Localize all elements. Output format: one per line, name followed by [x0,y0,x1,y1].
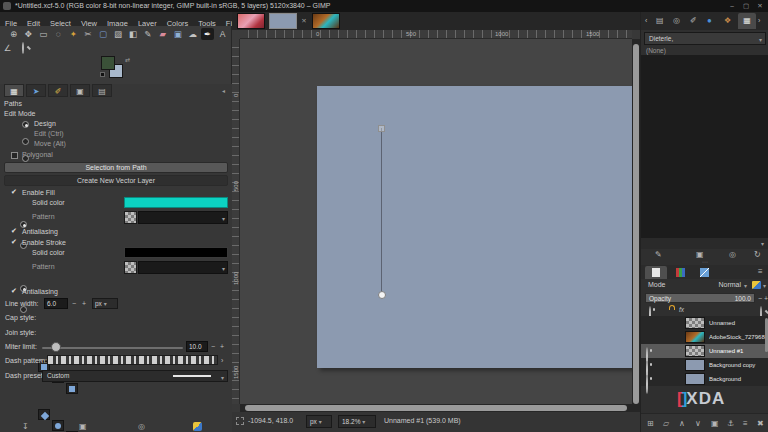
design-label[interactable]: Design [34,120,56,127]
gradient-tool-button[interactable]: ◧ [127,28,140,40]
polygonal-label[interactable]: Polygonal [22,151,53,158]
dash-scroll-left-icon[interactable]: ‹ [40,356,42,365]
eye-icon[interactable] [646,375,648,394]
save-tool-options-icon[interactable]: ↧ [22,422,29,431]
anchor-layer-icon[interactable]: ⚓ [727,419,734,428]
layers-tab-selected[interactable] [645,266,667,279]
crop-tool-button[interactable]: ✂ [82,28,95,40]
configure-tab-icon[interactable]: ◂ [222,87,225,94]
target-tab-icon[interactable]: ◎ [673,16,680,25]
duplicate-layer-icon[interactable]: ▣ [711,419,719,428]
maximize-button[interactable]: ▢ [740,0,752,12]
dash-pattern-bar[interactable] [47,355,218,365]
mode-switch-icon[interactable] [752,281,761,289]
smudge-tool-button[interactable]: ☁ [186,28,199,40]
tab-layers-copy[interactable]: ▣ [70,84,90,97]
delete-tool-options-icon[interactable]: ◎ [138,422,145,431]
palette-tab-icon[interactable]: ❖ [724,16,731,25]
stroke-color-swatch[interactable] [124,247,228,258]
path-anchor-square[interactable] [378,125,385,132]
new-group-icon[interactable]: ▱ [663,419,669,428]
vertical-scrollbar-thumb[interactable] [633,44,639,404]
minimize-button[interactable]: – [726,0,738,12]
selection-from-path-button[interactable]: Selection from Path [4,162,228,173]
swap-colors-icon[interactable]: ⇄ [125,56,130,63]
unit-select[interactable]: px ▾ [306,415,332,428]
tab-tool-options[interactable]: ▦ [4,84,24,97]
line-width-minus-icon[interactable]: − [72,299,76,308]
tab-device-status[interactable]: ➤ [26,84,46,97]
caret-down-icon[interactable]: ▾ [744,282,747,289]
fill-antialiasing-check-icon[interactable]: ✔ [11,227,17,235]
move-tool-button[interactable]: ✥ [22,28,35,40]
line-width-plus-icon[interactable]: + [82,299,86,308]
align-tool-button[interactable]: ⊕ [7,28,20,40]
fill-color-swatch[interactable] [124,197,228,208]
enable-fill-check-icon[interactable]: ✔ [11,188,17,196]
canvas-image[interactable] [317,86,632,368]
tabs-scroll-left-icon[interactable]: ‹ [645,16,647,25]
stroke-antialiasing-check-icon[interactable]: ✔ [11,287,17,295]
edit-label[interactable]: Edit (Ctrl) [34,130,64,137]
brush-tab-icon[interactable]: ✐ [690,16,697,25]
horizontal-scrollbar[interactable] [240,404,632,412]
fill-pattern-select[interactable]: ▾ [138,211,228,224]
stroke-pattern-thumbnail[interactable] [124,261,137,274]
design-radio[interactable] [22,121,29,128]
preview-row[interactable]: ▾ [641,238,768,249]
tabs-scroll-right-icon[interactable]: › [758,16,760,25]
font-filter-select[interactable]: Dieterle, ▾ [644,32,766,45]
fonts-tab-icon-selected[interactable]: ▦ [738,13,756,29]
layer-row[interactable]: AdobeStock_727968438.jpeg [641,330,768,344]
text-tool-button[interactable]: A [216,28,229,40]
miter-plus-icon[interactable]: + [220,342,224,351]
tab-document[interactable]: ▤ [92,84,112,97]
images-tab-icon[interactable]: ▤ [656,16,664,25]
join-miter-button[interactable] [38,409,50,420]
refresh-icon[interactable]: ↻ [754,250,761,259]
layer-row[interactable]: Background copy [641,358,768,372]
new-layer-icon[interactable]: ⊞ [647,419,654,428]
free-select-tool-button[interactable]: ◌ [52,28,65,40]
rectangle-select-tool-button[interactable]: ▭ [37,28,50,40]
path-line[interactable] [381,128,382,295]
move-label[interactable]: Move (Alt) [34,140,66,147]
polygonal-checkbox[interactable] [11,152,18,159]
stroke-pattern-select[interactable]: ▾ [138,261,228,274]
default-colors-icon[interactable] [100,72,105,77]
delete-layer-icon[interactable]: ✖ [757,419,764,428]
duplicate-icon[interactable]: ▣ [696,250,704,259]
path-anchor-circle[interactable] [378,291,386,299]
stroke-pattern-radio[interactable] [20,306,27,313]
restore-tool-options-icon[interactable]: ▣ [79,422,87,431]
caret-down-icon[interactable]: ▾ [763,282,766,289]
dash-preset-select[interactable]: Custom ▾ [42,370,228,382]
raise-layer-icon[interactable]: ∧ [679,419,685,428]
vertical-scrollbar[interactable] [632,39,640,412]
channels-tab[interactable] [669,266,691,279]
warp-tool-button[interactable]: ▨ [112,28,125,40]
zoom-tool-button[interactable] [16,42,29,54]
fuzzy-select-tool-button[interactable]: ✦ [67,28,80,40]
tab-brushes[interactable]: ✐ [48,84,68,97]
miter-limit-slider-knob[interactable] [51,342,61,352]
dynamics-tab-icon[interactable]: ● [707,16,712,25]
paintbrush-tool-button[interactable]: ✎ [141,28,154,40]
horizontal-scrollbar-thumb[interactable] [245,405,627,411]
paths-tool-button[interactable]: ✒ [201,28,214,40]
eraser-tool-button[interactable]: ▰ [156,28,169,40]
miter-minus-icon[interactable]: − [211,342,215,351]
transform-tool-button[interactable]: ▢ [97,28,110,40]
merge-layer-icon[interactable]: ≡ [743,419,748,428]
layer-row-selected[interactable]: Unnamed #1 [641,344,768,358]
quick-mask-icon[interactable] [236,417,244,425]
edit-icon[interactable]: ✎ [655,250,662,259]
image-tab-3-thumbnail[interactable] [312,13,340,29]
close-tab-icon[interactable]: ✕ [300,15,308,27]
reset-tool-options-icon[interactable] [193,422,202,431]
fill-solid-color-radio[interactable] [20,221,27,228]
edit-radio[interactable] [22,138,29,145]
close-button[interactable]: ✕ [754,0,766,12]
measure-tool-button[interactable]: ∠ [1,42,14,54]
dash-scroll-right-icon[interactable]: › [221,356,223,365]
